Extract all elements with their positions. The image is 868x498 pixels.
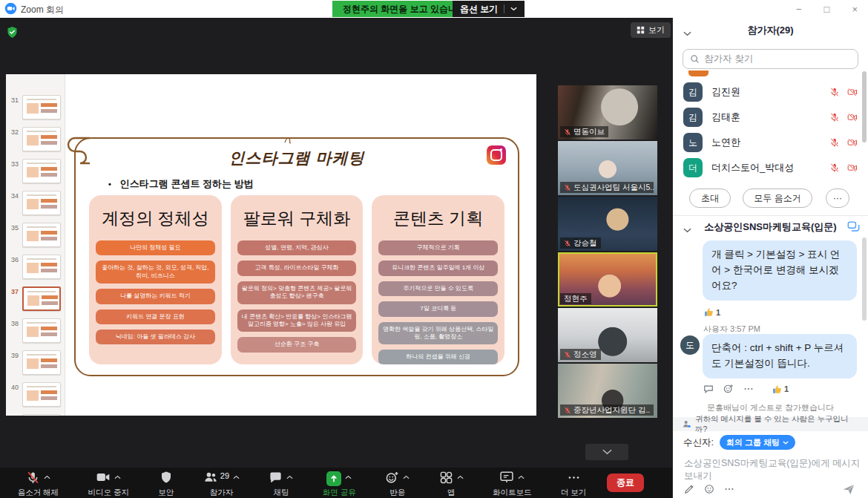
end-meeting-button[interactable]: 종료: [607, 474, 644, 492]
slide-column: 콘텐츠 기획구체적으로 기획유니크한 콘텐츠 일주일에 1개 이상주기적으로 만…: [372, 195, 504, 364]
participant-row[interactable]: 노노연한: [673, 131, 868, 154]
toolbar-share-button[interactable]: 화면 공유: [323, 471, 356, 498]
toolbar-label: 채팅: [273, 488, 289, 498]
mic-off-icon: [564, 351, 571, 358]
add-emoji-icon[interactable]: [723, 384, 734, 394]
chevron-up-icon[interactable]: [457, 469, 464, 482]
video-tile[interactable]: 정소영: [558, 308, 657, 362]
chevron-up-icon[interactable]: [403, 469, 410, 482]
mic-off-icon: [564, 240, 571, 247]
slide-number: 33: [11, 160, 19, 168]
slide-thumbnail[interactable]: [22, 318, 61, 343]
toolbar-chat-button[interactable]: 채팅: [269, 471, 293, 498]
mic-off-icon[interactable]: [829, 163, 840, 173]
popout-chat-icon[interactable]: [847, 220, 860, 236]
camera-off-icon[interactable]: [846, 112, 858, 122]
toolbar-mic-off-button[interactable]: 음소거 해제: [18, 471, 59, 498]
participants-more-button[interactable]: ···: [826, 189, 849, 208]
video-tile[interactable]: 정현주: [558, 252, 657, 307]
reply-icon[interactable]: [703, 384, 714, 394]
chevron-up-icon[interactable]: [518, 469, 525, 482]
slide-column-header: 계정의 정체성: [96, 207, 215, 230]
toolbar-camera-button[interactable]: 비디오 중지: [88, 471, 129, 498]
toolbar-label: 음소거 해제: [18, 488, 59, 498]
toolbar-shield-button[interactable]: 보안: [158, 471, 174, 498]
divider: [504, 4, 504, 13]
slide-thumbnail[interactable]: [22, 350, 61, 375]
invite-button[interactable]: 초대: [689, 189, 731, 208]
slide-item: 구체적으로 기획: [378, 240, 498, 255]
video-tile[interactable]: 명동이브: [558, 85, 657, 140]
close-button[interactable]: ×: [852, 4, 858, 15]
chevron-up-icon[interactable]: [345, 469, 352, 482]
participant-row[interactable]: 더더치스토어_박대성: [673, 156, 868, 180]
slide-thumbnail-row: 35: [6, 223, 65, 251]
slide-thumbnail[interactable]: [22, 414, 61, 416]
participants-scrollbar[interactable]: [862, 71, 867, 142]
mic-off-icon[interactable]: [829, 112, 840, 122]
slide-number: 38: [11, 320, 19, 327]
toolbar-apps-button[interactable]: 앱: [439, 471, 464, 498]
send-button[interactable]: [842, 482, 855, 498]
participant-row[interactable]: 김김진원: [673, 80, 868, 104]
video-tile[interactable]: 중장년사업지원단 김..: [558, 364, 657, 418]
chevron-up-icon[interactable]: [286, 469, 293, 482]
message-reaction[interactable]: 1: [704, 307, 720, 317]
video-tile[interactable]: 강승철: [558, 197, 657, 251]
maximize-button[interactable]: □: [824, 4, 830, 15]
slide-thumbnail-row: 41: [6, 414, 65, 416]
slide-thumbnail-row: 40: [6, 382, 65, 410]
more-icon: [567, 471, 581, 488]
format-icon[interactable]: [684, 484, 694, 494]
slide-thumbnail[interactable]: [22, 159, 61, 183]
chat-scrollbar[interactable]: [862, 237, 867, 321]
toolbar-people-button[interactable]: 29참가자: [203, 471, 240, 498]
slide-thumbnail[interactable]: [22, 286, 61, 311]
emoji-icon[interactable]: [704, 484, 714, 494]
mic-off-icon[interactable]: [829, 87, 840, 97]
minimize-button[interactable]: −: [796, 4, 802, 15]
slide-thumbnail[interactable]: [22, 382, 61, 407]
slide-thumbnails[interactable]: 3132333435363738394041: [6, 74, 65, 416]
more-icon[interactable]: [724, 484, 734, 494]
slide-thumbnail[interactable]: [22, 191, 61, 215]
thumbs-up-icon: [772, 384, 782, 394]
frame-ornament-top: [283, 134, 292, 148]
participant-count: 29: [220, 471, 229, 480]
camera-off-icon[interactable]: [846, 87, 858, 97]
slide-column: 계정의 정체성나만의 정체성 필요좋아하는 것, 잘하는 것, 외모, 성격, …: [89, 195, 222, 364]
slide-thumbnail[interactable]: [22, 95, 61, 119]
chevron-up-icon[interactable]: [233, 469, 240, 482]
participant-row[interactable]: 김김태훈: [673, 105, 868, 129]
chevron-up-icon[interactable]: [114, 469, 121, 482]
view-button[interactable]: 보기: [631, 22, 671, 38]
mute-all-button[interactable]: 모두 음소거: [743, 189, 812, 208]
message-reaction[interactable]: 1: [772, 384, 789, 394]
more-videos-button[interactable]: [585, 444, 628, 460]
slide-item: 나만의 정체성 필요: [96, 240, 215, 255]
toolbar-more-button[interactable]: 더 보기: [561, 471, 586, 498]
privacy-note[interactable]: 귀하의 메시지를 볼 수 있는 사람은 누구입니까?: [673, 417, 868, 431]
slide-item: 키워드 연결 문장 표현: [96, 309, 215, 324]
chat-input[interactable]: 소상공인SNS마케팅교육(입문)에게 메시지 보내기: [684, 457, 861, 482]
participant-name: 김태훈: [711, 105, 740, 129]
toolbar-reaction-button[interactable]: 반응: [385, 471, 410, 498]
slide-thumbnail[interactable]: [22, 127, 61, 151]
participant-search-input[interactable]: 참가자 찾기: [683, 49, 858, 69]
chevron-up-icon[interactable]: [44, 469, 50, 482]
toolbar-whiteboard-button[interactable]: 화이트보드: [493, 471, 532, 498]
slide-thumbnail[interactable]: [22, 223, 61, 247]
camera-off-icon[interactable]: [846, 137, 858, 148]
slide-thumbnail[interactable]: [22, 255, 61, 279]
video-tile[interactable]: 도심권사업팀 서울시5...: [558, 141, 657, 195]
slide-thumbnail-row: 38: [6, 318, 65, 347]
camera-off-icon[interactable]: [846, 163, 858, 173]
mic-off-icon[interactable]: [829, 137, 840, 148]
slide-item: 좋아하는 것, 잘하는 것, 외모, 성격, 직업, 취미, 비즈니스: [96, 261, 215, 284]
participant-name: 중장년사업지원단 김..: [573, 404, 650, 416]
recipient-selector[interactable]: 회의 그룹 채팅: [720, 435, 795, 450]
video-name-label: 중장년사업지원단 김..: [560, 404, 654, 416]
more-icon[interactable]: [743, 384, 754, 394]
view-options-button[interactable]: 옵션 보기: [453, 1, 525, 17]
reaction-icon: [385, 471, 399, 488]
